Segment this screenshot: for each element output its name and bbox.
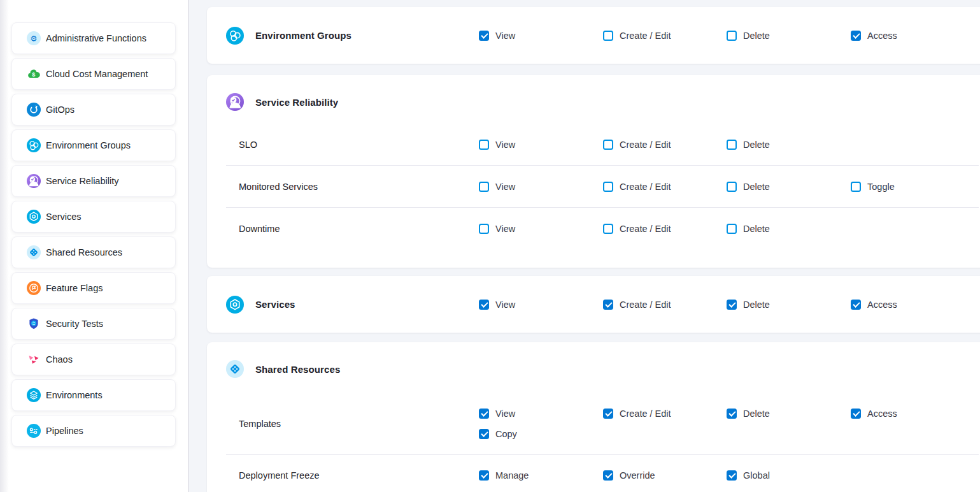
manage-checkbox[interactable] [479, 470, 489, 481]
shared-resources-icon [226, 360, 244, 378]
sidebar-item-label: Shared Resources [46, 247, 122, 257]
create-edit-checkbox[interactable] [603, 182, 613, 192]
access-checkbox[interactable] [851, 300, 861, 310]
sidebar-item-security-tests[interactable]: Security Tests [11, 308, 176, 340]
view-checkbox[interactable] [479, 409, 489, 419]
permission-create-edit[interactable]: Create / Edit [603, 300, 727, 310]
view-checkbox[interactable] [479, 224, 489, 234]
access-checkbox[interactable] [851, 31, 861, 41]
cloud-dollar-icon: $ [27, 67, 41, 81]
permission-manage[interactable]: Manage [479, 470, 603, 481]
override-checkbox[interactable] [603, 470, 613, 481]
pipelines-icon [27, 424, 41, 438]
permission-view[interactable]: View [479, 140, 603, 150]
environment-groups-icon [226, 27, 244, 45]
permission-access[interactable]: Access [851, 300, 980, 310]
permission-override[interactable]: Override [603, 470, 727, 481]
sidebar-item-label: Chaos [46, 354, 73, 365]
section-title: Shared Resources [255, 364, 340, 375]
sidebar-item-label: Services [46, 212, 82, 222]
delete-checkbox[interactable] [727, 300, 737, 310]
permission-delete[interactable]: Delete [727, 224, 851, 234]
permission-copy[interactable]: Copy [479, 424, 517, 444]
permission-delete[interactable]: Delete [727, 182, 851, 192]
sidebar-item-shared-resources[interactable]: Shared Resources [11, 236, 176, 268]
section-service-reliability: Service Reliability SLO View Create / Ed… [207, 75, 980, 268]
view-checkbox[interactable] [479, 31, 489, 41]
service-reliability-icon [226, 93, 244, 111]
create-edit-checkbox[interactable] [603, 224, 613, 234]
sidebar-item-label: Pipelines [46, 426, 83, 436]
section-shared-resources: Shared Resources Templates View Copy Cre… [207, 342, 980, 492]
sidebar-item-label: Service Reliability [46, 176, 118, 186]
feature-flags-icon [27, 281, 41, 295]
sidebar-item-cloud-cost-management[interactable]: $ Cloud Cost Management [11, 58, 176, 90]
delete-checkbox[interactable] [727, 182, 737, 192]
view-checkbox[interactable] [479, 182, 489, 192]
service-reliability-icon [27, 174, 41, 188]
sidebar-item-environments[interactable]: Environments [11, 379, 176, 411]
create-edit-checkbox[interactable] [603, 409, 613, 419]
environment-groups-icon [27, 138, 41, 152]
permission-toggle[interactable]: Toggle [851, 182, 980, 192]
permission-view[interactable]: View [479, 300, 603, 310]
sidebar-item-chaos[interactable]: Chaos [11, 344, 176, 375]
resources-sidebar: ⚙ Administrative Functions $ Cloud Cost … [0, 0, 189, 492]
view-checkbox[interactable] [479, 140, 489, 150]
permission-delete[interactable]: Delete [727, 140, 851, 150]
sidebar-item-label: Environments [46, 390, 103, 400]
permission-create-edit[interactable]: Create / Edit [603, 182, 727, 192]
resource-row-monitored-services: Monitored Services View Create / Edit De… [207, 166, 980, 207]
sidebar-item-service-reliability[interactable]: Service Reliability [11, 165, 176, 197]
resource-label: Templates [239, 419, 479, 429]
sidebar-item-label: Security Tests [46, 319, 103, 329]
create-edit-checkbox[interactable] [603, 300, 613, 310]
gitops-icon [27, 103, 41, 117]
sidebar-item-gitops[interactable]: GitOps [11, 94, 176, 126]
permission-create-edit[interactable]: Create / Edit [603, 140, 727, 150]
permission-access[interactable]: Access [851, 403, 980, 424]
toggle-checkbox[interactable] [851, 182, 861, 192]
shared-resources-icon [27, 245, 41, 259]
sidebar-item-services[interactable]: Services [11, 201, 176, 233]
delete-checkbox[interactable] [727, 224, 737, 234]
view-checkbox[interactable] [479, 300, 489, 310]
global-checkbox[interactable] [727, 470, 737, 481]
sidebar-item-environment-groups[interactable]: Environment Groups [11, 129, 176, 161]
permission-view[interactable]: View [479, 403, 515, 424]
permission-create-edit[interactable]: Create / Edit [603, 224, 727, 234]
services-icon [226, 296, 244, 314]
gear-icon: ⚙ [27, 31, 41, 45]
section-services: Services View Create / Edit Delete Acces… [207, 276, 980, 333]
resource-row-deployment-freeze: Deployment Freeze Manage Override Global [207, 455, 980, 492]
chaos-icon [27, 352, 41, 366]
delete-checkbox[interactable] [727, 31, 737, 41]
delete-checkbox[interactable] [727, 140, 737, 150]
permission-global[interactable]: Global [727, 470, 851, 481]
svg-text:⚙: ⚙ [30, 34, 38, 43]
section-title: Environment Groups [255, 30, 352, 41]
delete-checkbox[interactable] [727, 409, 737, 419]
permission-delete[interactable]: Delete [727, 31, 851, 41]
create-edit-checkbox[interactable] [603, 140, 613, 150]
sidebar-item-label: Cloud Cost Management [46, 69, 148, 79]
permission-view[interactable]: View [479, 224, 603, 234]
copy-checkbox[interactable] [479, 429, 489, 439]
permission-access[interactable]: Access [851, 31, 980, 41]
permission-view[interactable]: View [479, 31, 603, 41]
create-edit-checkbox[interactable] [603, 31, 613, 41]
sidebar-item-label: Feature Flags [46, 283, 103, 293]
sidebar-item-feature-flags[interactable]: Feature Flags [11, 272, 176, 304]
permission-create-edit[interactable]: Create / Edit [603, 403, 727, 424]
resource-label: Deployment Freeze [239, 470, 479, 481]
permission-create-edit[interactable]: Create / Edit [603, 31, 727, 41]
sidebar-item-administrative-functions[interactable]: ⚙ Administrative Functions [11, 22, 176, 54]
svg-text:$: $ [32, 71, 35, 78]
permission-delete[interactable]: Delete [727, 403, 851, 424]
section-environment-groups: Environment Groups View Create / Edit De… [207, 7, 980, 64]
sidebar-item-pipelines[interactable]: Pipelines [11, 415, 176, 447]
access-checkbox[interactable] [851, 409, 861, 419]
sidebar-item-label: Environment Groups [46, 140, 131, 150]
permission-view[interactable]: View [479, 182, 603, 192]
permission-delete[interactable]: Delete [727, 300, 851, 310]
